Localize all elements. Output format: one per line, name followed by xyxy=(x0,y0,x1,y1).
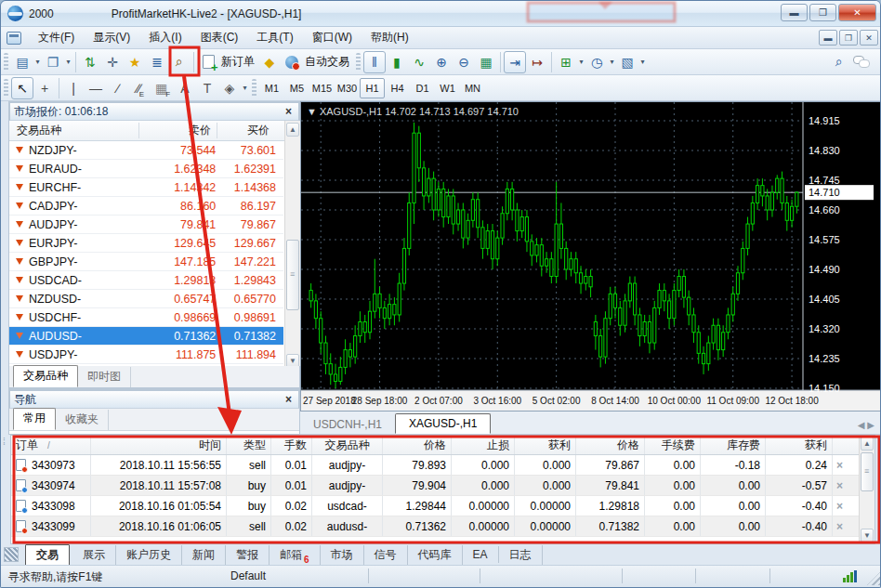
terminal-icon[interactable]: ≣ xyxy=(146,51,168,73)
new-order-label[interactable]: 新订单 xyxy=(221,54,255,70)
bottom-tab-9[interactable]: EA xyxy=(463,546,499,563)
data-window-icon[interactable]: ✛ xyxy=(101,51,124,73)
minimize-button[interactable]: ▬ xyxy=(781,4,808,21)
bottom-tab-6[interactable]: 市场 xyxy=(321,545,364,565)
text-icon[interactable]: A xyxy=(174,77,196,99)
terminal-column-7[interactable]: 获利 xyxy=(515,436,576,454)
menu-item-1[interactable]: 显示(V) xyxy=(84,27,139,48)
tab-tick-chart[interactable]: 即时图 xyxy=(78,367,131,387)
search-icon[interactable]: ⌕ xyxy=(828,51,850,73)
bottom-tab-4[interactable]: 警报 xyxy=(226,545,270,565)
timeframe-h1[interactable]: H1 xyxy=(360,78,385,98)
market-watch-row[interactable]: GBPJPY-147.185147.221 xyxy=(9,253,283,271)
timeframe-m1[interactable]: M1 xyxy=(259,78,284,98)
market-watch-icon[interactable]: ⇅ xyxy=(79,51,101,73)
new-chart-icon[interactable]: ▤ xyxy=(11,51,33,73)
child-close-button[interactable]: ✕ xyxy=(860,30,878,46)
market-watch-row[interactable]: NZDJPY-73.54473.601 xyxy=(9,141,283,160)
chart-tab-xagusd[interactable]: XAGUSD-,H1 xyxy=(395,413,491,434)
indicators-icon[interactable]: ⊞ xyxy=(555,51,577,73)
autotrading-label[interactable]: 自动交易 xyxy=(305,54,349,70)
market-watch-scrollbar[interactable]: ▲ ▼ xyxy=(284,121,300,370)
market-watch-row[interactable]: CADJPY-86.16086.197 xyxy=(9,197,283,216)
templates-icon[interactable]: ▧ xyxy=(616,51,638,73)
market-watch-row[interactable]: AUDUSD-0.713620.71382 xyxy=(9,327,283,346)
market-watch-row[interactable]: EURCHF-1.143421.14368 xyxy=(9,178,283,197)
autotrading-button[interactable] xyxy=(281,51,303,73)
terminal-column-1[interactable]: 时间 xyxy=(91,436,227,454)
order-row[interactable]: 34330982018.10.16 01:05:54buy0.02usdcad-… xyxy=(11,496,874,516)
terminal-column-8[interactable]: 价格 xyxy=(576,436,645,454)
menu-item-2[interactable]: 插入(I) xyxy=(139,27,191,48)
timeframe-w1[interactable]: W1 xyxy=(435,78,460,98)
terminal-column-11[interactable]: 获利 xyxy=(766,436,833,454)
column-ask[interactable]: 买价 xyxy=(217,123,275,138)
column-bid[interactable]: 卖价 xyxy=(139,123,217,138)
market-watch-row[interactable]: USDCHF-0.986690.98691 xyxy=(9,308,283,327)
indicators-icon-dropdown[interactable]: ▾ xyxy=(577,58,585,66)
close-order-icon[interactable]: × xyxy=(833,500,847,513)
terminal-dock-icon[interactable] xyxy=(4,547,19,562)
toolbar-grip[interactable] xyxy=(356,53,361,72)
market-watch-close-icon[interactable]: × xyxy=(283,105,295,118)
navigator-close-icon[interactable]: × xyxy=(283,393,295,406)
order-row[interactable]: 34330992018.10.16 01:06:05sell0.02audusd… xyxy=(11,516,874,537)
market-watch-row[interactable]: EURJPY-129.645129.667 xyxy=(9,234,283,253)
terminal-column-6[interactable]: 止损 xyxy=(452,436,515,454)
timeframe-m30[interactable]: M30 xyxy=(335,78,360,98)
text-label-icon[interactable]: T xyxy=(196,77,218,99)
column-symbol[interactable]: 交易品种 xyxy=(9,123,139,138)
toolbar-grip[interactable] xyxy=(4,79,8,98)
fibonacci-icon[interactable]: ▦F xyxy=(151,77,174,99)
chat-icon[interactable] xyxy=(850,51,873,73)
market-watch-row[interactable]: USDCAD-1.298181.29843 xyxy=(9,271,283,290)
new-chart-icon-dropdown[interactable]: ▾ xyxy=(33,58,42,66)
bottom-tab-1[interactable]: 展示 xyxy=(72,545,116,565)
bottom-tab-10[interactable]: 日志 xyxy=(499,545,543,565)
tab-symbols[interactable]: 交易品种 xyxy=(13,365,78,387)
timeframe-m5[interactable]: M5 xyxy=(284,78,309,98)
crosshair-icon[interactable]: + xyxy=(33,77,56,99)
bottom-tab-3[interactable]: 新闻 xyxy=(182,545,226,565)
channel-icon[interactable]: ∕∕E xyxy=(129,77,151,99)
metaeditor-icon[interactable]: ◆ xyxy=(258,51,281,73)
profiles-icon[interactable]: ❐ xyxy=(42,51,64,73)
timeframe-d1[interactable]: D1 xyxy=(410,78,435,98)
terminal-column-3[interactable]: 手数 xyxy=(271,436,312,454)
horizontal-line-icon[interactable]: — xyxy=(85,77,107,99)
chart-canvas[interactable]: 14.91514.83014.74514.66014.57514.49014.4… xyxy=(301,102,881,411)
menu-item-4[interactable]: 工具(T) xyxy=(247,27,302,48)
zoom-in-icon[interactable]: ⊕ xyxy=(430,51,453,73)
terminal-column-0[interactable]: 订单/ xyxy=(11,436,91,454)
shapes-icon-dropdown[interactable]: ▾ xyxy=(241,84,249,92)
auto-scroll-icon[interactable]: ⇥ xyxy=(504,51,526,73)
shapes-icon[interactable]: ◈ xyxy=(218,77,241,99)
chart-line-icon[interactable]: ∿ xyxy=(408,51,430,73)
periods-icon-dropdown[interactable]: ▾ xyxy=(608,58,616,66)
menu-item-0[interactable]: 文件(F) xyxy=(29,27,84,48)
scroll-thumb[interactable] xyxy=(286,240,299,310)
chart-window[interactable]: 14.91514.83014.74514.66014.57514.49014.4… xyxy=(300,101,881,412)
close-order-icon[interactable]: × xyxy=(833,520,847,533)
scroll-thumb[interactable] xyxy=(861,452,874,491)
bottom-tab-5[interactable]: 邮箱6 xyxy=(270,545,321,565)
tile-windows-icon[interactable]: ▦ xyxy=(475,51,497,73)
periods-icon[interactable]: ◷ xyxy=(585,51,608,73)
bottom-tab-0[interactable]: 交易 xyxy=(25,544,70,566)
child-restore-button[interactable]: ❐ xyxy=(839,30,858,46)
strategy-tester-icon[interactable]: ⌕ xyxy=(168,51,191,73)
vertical-line-icon[interactable]: | xyxy=(62,77,85,99)
terminal-column-4[interactable]: 交易品种 xyxy=(312,436,383,454)
market-watch-row[interactable]: AUDJPY-79.84179.867 xyxy=(9,216,283,234)
resize-grip[interactable] xyxy=(867,572,880,585)
templates-icon-dropdown[interactable]: ▾ xyxy=(638,58,647,66)
restore-button[interactable]: ❐ xyxy=(809,4,836,21)
child-minimize-button[interactable]: ▬ xyxy=(819,30,837,46)
timeframe-m15[interactable]: M15 xyxy=(309,78,335,98)
menu-item-6[interactable]: 帮助(H) xyxy=(362,27,418,48)
close-order-icon[interactable]: × xyxy=(833,459,847,472)
toolbar-grip[interactable] xyxy=(4,53,8,72)
menu-item-5[interactable]: 窗口(W) xyxy=(303,27,362,48)
chart-bars-icon[interactable]: ‖ xyxy=(363,51,386,73)
market-watch-row[interactable]: NZDUSD-0.657470.65770 xyxy=(9,290,283,308)
